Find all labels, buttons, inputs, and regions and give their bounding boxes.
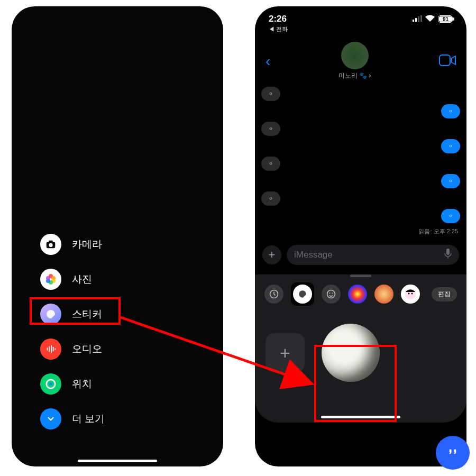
svg-point-23 <box>327 290 335 298</box>
attachment-menu: 카메라 사진 스티커 오디오 위치 <box>40 233 105 431</box>
moon-sticker-icon <box>322 324 380 382</box>
menu-item-audio[interactable]: 오디오 <box>40 337 105 361</box>
message-bubble: ㅇ <box>441 104 460 118</box>
menu-item-photos[interactable]: 사진 <box>40 268 105 291</box>
facetime-button[interactable] <box>439 54 456 68</box>
message-row[interactable]: ㅇ <box>261 139 460 153</box>
stickers-tab[interactable] <box>291 282 314 306</box>
message-row[interactable]: ㅇ <box>261 104 460 118</box>
sticker-item-moon[interactable] <box>316 318 385 387</box>
contact-header[interactable]: 미노리 🐾 › <box>338 42 371 80</box>
app-tab-3[interactable] <box>401 285 420 304</box>
menu-label: 카메라 <box>72 237 102 251</box>
cellular-icon <box>413 14 422 24</box>
nav-bar: ‹ 미노리 🐾 › <box>255 33 466 84</box>
status-bar: 2:26 91 <box>255 6 466 24</box>
message-bubble: ㅇ <box>441 174 460 188</box>
avatar <box>341 42 369 69</box>
svg-point-27 <box>408 293 410 295</box>
read-receipt: 읽음: 오후 2:25 <box>255 226 466 240</box>
message-row[interactable]: ㅇ <box>261 174 460 188</box>
message-row[interactable]: ㅇ <box>261 157 460 171</box>
menu-label: 더 보기 <box>72 412 105 426</box>
svg-rect-21 <box>446 249 450 255</box>
phone-screenshot-left: 카메라 사진 스티커 오디오 위치 <box>12 6 223 466</box>
message-row[interactable]: ㅇ <box>261 191 460 206</box>
phone-screenshot-right: 2:26 91 ◀ 전화 ‹ 미노리 🐾 › ㅇㅇㅇㅇㅇㅇㅇㅇ 읽음: 오후 2… <box>255 6 466 466</box>
back-to-app[interactable]: ◀ 전화 <box>255 24 466 33</box>
sticker-drawer: 편집 + <box>255 274 466 423</box>
edit-button[interactable]: 편집 <box>432 287 457 301</box>
menu-item-more[interactable]: 더 보기 <box>40 407 105 431</box>
home-indicator[interactable] <box>321 416 400 418</box>
message-row[interactable]: ㅇ <box>261 87 460 101</box>
message-row[interactable]: ㅇ <box>261 122 460 136</box>
camera-icon <box>40 234 61 255</box>
sticker-grid: + <box>255 306 466 400</box>
contact-name: 미노리 🐾 › <box>338 71 371 80</box>
svg-rect-11 <box>51 345 52 353</box>
svg-rect-9 <box>47 347 48 351</box>
dictation-icon[interactable] <box>444 249 452 262</box>
audio-icon <box>40 338 61 360</box>
menu-label: 사진 <box>72 272 92 286</box>
menu-item-camera[interactable]: 카메라 <box>40 233 105 256</box>
emoji-tab[interactable] <box>322 285 341 304</box>
message-bubble: ㅇ <box>261 157 280 171</box>
message-bubble: ㅇ <box>261 191 280 206</box>
svg-rect-19 <box>420 15 422 22</box>
chevron-down-icon <box>40 408 61 429</box>
location-icon <box>40 373 61 395</box>
status-time: 2:26 <box>269 14 287 24</box>
menu-label: 오디오 <box>72 342 102 356</box>
svg-point-24 <box>329 292 331 294</box>
message-input[interactable]: iMessage <box>287 245 459 265</box>
svg-rect-12 <box>53 346 54 351</box>
wifi-icon <box>425 14 435 24</box>
recents-tab[interactable] <box>264 285 283 304</box>
message-bubble: ㅇ <box>441 209 460 223</box>
svg-rect-16 <box>413 20 414 22</box>
battery-icon: 91 <box>438 15 453 23</box>
app-tab-1[interactable] <box>348 285 367 304</box>
svg-point-8 <box>46 276 50 280</box>
svg-point-28 <box>411 293 413 295</box>
back-button[interactable]: ‹ <box>266 53 270 70</box>
home-indicator[interactable] <box>78 460 157 462</box>
add-sticker-button[interactable]: + <box>266 333 305 372</box>
compose-bar: + iMessage <box>255 240 466 270</box>
message-list[interactable]: ㅇㅇㅇㅇㅇㅇㅇㅇ <box>255 84 466 226</box>
app-tab-2[interactable] <box>374 285 393 304</box>
menu-label: 스티커 <box>72 307 102 321</box>
svg-rect-20 <box>440 55 450 66</box>
svg-rect-10 <box>49 346 50 352</box>
message-row[interactable]: ㅇ <box>261 209 460 223</box>
drawer-grabber[interactable] <box>350 274 371 277</box>
svg-rect-13 <box>54 348 56 350</box>
attach-button[interactable]: + <box>262 245 281 264</box>
input-placeholder: iMessage <box>294 250 333 260</box>
message-bubble: ㅇ <box>441 139 460 153</box>
svg-rect-17 <box>415 18 417 22</box>
svg-point-1 <box>49 243 52 247</box>
message-bubble: ㅇ <box>261 87 280 101</box>
svg-rect-18 <box>418 16 419 22</box>
menu-item-stickers[interactable]: 스티커 <box>40 303 105 326</box>
svg-point-15 <box>49 382 52 386</box>
menu-label: 위치 <box>72 377 92 391</box>
photos-icon <box>40 269 61 290</box>
menu-item-location[interactable]: 위치 <box>40 372 105 396</box>
svg-point-25 <box>332 292 333 294</box>
drawer-tabs: 편집 <box>255 282 466 306</box>
quote-fab[interactable] <box>436 436 470 470</box>
message-bubble: ㅇ <box>261 122 280 136</box>
sticker-icon <box>40 304 61 325</box>
svg-rect-2 <box>49 241 52 243</box>
